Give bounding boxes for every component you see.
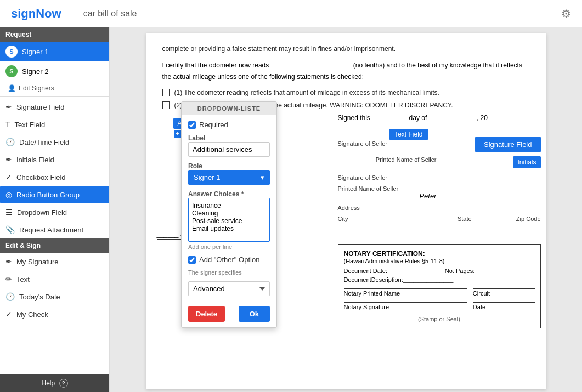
para1-text: complete or providing a false statement … (162, 44, 530, 54)
signature-field-badge[interactable]: Signature Field (475, 137, 540, 152)
doc-certify: I certify that the odometer now reads __… (162, 60, 530, 82)
todays-date-icon: 🕐 (5, 292, 15, 301)
gear-icon[interactable]: ⚙ (561, 7, 571, 20)
notary-doc-date: Document Date: _______________ (344, 268, 439, 274)
label-field-label: Label (188, 134, 270, 142)
sidebar-item-initials[interactable]: ✒ Initials Field (0, 151, 109, 168)
signature-field-label: Signature Field (484, 140, 532, 149)
notary-circuit-label: Circuit (473, 290, 490, 297)
role-select-wrapper: Signer 1 ▾ (188, 170, 270, 185)
sidebar-item-dropdown[interactable]: ☰ Dropdown Field (0, 203, 109, 221)
role-section: Role Signer 1 ▾ (188, 162, 270, 185)
sidebar-signer-1[interactable]: S Signer 1 (0, 42, 109, 61)
sidebar-item-text-edit[interactable]: ✏ Text (0, 270, 109, 288)
required-checkbox[interactable] (188, 121, 196, 129)
notary-subtitle: (Hawaii Administrative Rules §5-11-8) (344, 258, 535, 264)
chevron-down-icon: ▾ (261, 173, 264, 181)
address-label: Address (338, 203, 541, 211)
sidebar-item-text-label: Text Field (15, 121, 46, 129)
sig-seller-label: Signature of Seller (338, 140, 388, 147)
sidebar: Request S Signer 1 S Signer 2 👤 Edit Sig… (0, 27, 110, 392)
signer-2-label: Signer 2 (22, 67, 48, 76)
sidebar-item-my-signature[interactable]: ✒ My Signature (0, 253, 109, 270)
logo-sign: sign (11, 7, 36, 20)
signer-1-avatar: S (5, 46, 18, 58)
notary-printed-label: Notary Printed Name (344, 290, 400, 297)
sidebar-item-todays-date[interactable]: 🕐 Today's Date (0, 288, 109, 305)
role-value: Signer 1 (194, 173, 220, 181)
sidebar-item-text[interactable]: T Text Field (0, 116, 109, 133)
sidebar-item-datetime[interactable]: 🕐 Date/Time Field (0, 133, 109, 151)
advanced-section: Advanced (188, 281, 270, 296)
city-label: City (338, 215, 439, 222)
sidebar-item-signature[interactable]: ✒ Signature Field (0, 98, 109, 116)
doc-checkbox-1[interactable] (162, 89, 170, 96)
sidebar-item-my-signature-label: My Signature (16, 258, 59, 266)
checkbox-row-1: (1) The odometer reading reflects that a… (162, 88, 530, 98)
attachment-icon: 📎 (5, 225, 15, 234)
text-field-label: Text Field (394, 130, 422, 138)
sidebar-item-attachment[interactable]: 📎 Request Attachment (0, 221, 109, 238)
notary-sig-col: Notary Signature (344, 302, 467, 310)
notary-doc-desc: DocumentDescription:_______________ (344, 276, 535, 283)
delete-button[interactable]: Delete (188, 306, 225, 322)
day-label: day of (409, 114, 427, 122)
text-field-badge[interactable]: Text Field (389, 129, 428, 140)
year-label: , 20 (477, 114, 488, 122)
text-edit-icon: ✏ (5, 275, 12, 283)
help-icon: ? (59, 379, 68, 388)
sidebar-item-signature-label: Signature Field (16, 103, 64, 111)
label-input[interactable] (188, 142, 270, 157)
notary-doc-row: Document Date: _______________ No. Pages… (344, 268, 535, 274)
certify-text: I certify that the odometer now reads __… (162, 60, 530, 82)
ok-button[interactable]: Ok (239, 306, 270, 322)
popup-header: DROPDOWN-LISTE (182, 102, 276, 115)
sidebar-section-edit-sign: Edit & Sign (0, 238, 109, 253)
doc-checkbox-2[interactable] (162, 101, 170, 109)
edit-signers-button[interactable]: 👤 Edit Signers (0, 81, 109, 95)
state-label: State (439, 215, 490, 222)
help-label: Help (41, 379, 55, 387)
notary-sig-row-2: Notary Signature Date (344, 302, 535, 310)
notary-sig-label: Notary Signature (344, 304, 389, 310)
edit-signers-label: Edit Signers (19, 84, 54, 92)
printed-name-label: Printed Name of Seller (376, 156, 437, 163)
checkbox-1-text: (1) The odometer reading reflects that a… (174, 88, 439, 98)
answer-choices-section: Answer Choices * Insurance Cleaning Post… (188, 190, 270, 250)
add-other-checkbox[interactable] (188, 256, 196, 264)
text-icon: T (5, 120, 10, 129)
notary-date-label: Date (473, 304, 485, 310)
initials-badge[interactable]: Initials (513, 156, 540, 168)
address-section: Address (338, 203, 541, 211)
notary-sig-row: Notary Printed Name Circuit (344, 288, 535, 297)
document-title: car bill of sale (83, 9, 561, 19)
clock-icon: 🕐 (5, 138, 15, 146)
peter-name-text: Peter (419, 192, 436, 200)
signed-label: Signed this (338, 114, 370, 122)
sidebar-item-datetime-label: Date/Time Field (19, 138, 69, 146)
role-select[interactable]: Signer 1 ▾ (188, 170, 270, 185)
notary-box: NOTARY CERTIFICATION: (Hawaii Administra… (338, 244, 541, 328)
sidebar-item-radio-label: Radio Button Group (16, 191, 80, 199)
my-check-icon: ✓ (5, 310, 12, 319)
initials-label: Initials (517, 158, 536, 166)
day-line (430, 120, 474, 120)
advanced-select[interactable]: Advanced (188, 281, 270, 296)
sidebar-signer-2[interactable]: S Signer 2 (0, 61, 109, 81)
radio-icon: ◎ (5, 190, 12, 199)
dropdown-config-panel: DROPDOWN-LISTE Required Label Role Signe… (181, 101, 277, 328)
add-one-label: Add one per line (188, 243, 270, 250)
my-signature-icon: ✒ (5, 257, 12, 266)
answer-choices-textarea[interactable]: Insurance Cleaning Post-sale service Ema… (188, 198, 270, 242)
sidebar-item-radio[interactable]: ◎ Radio Button Group (0, 186, 109, 203)
answer-choices-label: Answer Choices * (188, 190, 270, 198)
sig-seller-row-2: Signature of Seller (338, 173, 541, 181)
required-label: Required (199, 121, 228, 129)
sidebar-item-initials-label: Initials Field (16, 156, 54, 164)
help-button[interactable]: Help ? (0, 374, 109, 392)
stamp-label: (Stamp or Seal) (344, 316, 535, 322)
signed-row: Signed this day of , 20 (338, 114, 541, 122)
sidebar-item-my-check[interactable]: ✓ My Check (0, 305, 109, 323)
year-line (490, 120, 523, 120)
sidebar-item-checkbox[interactable]: ✓ Checkbox Field (0, 168, 109, 186)
